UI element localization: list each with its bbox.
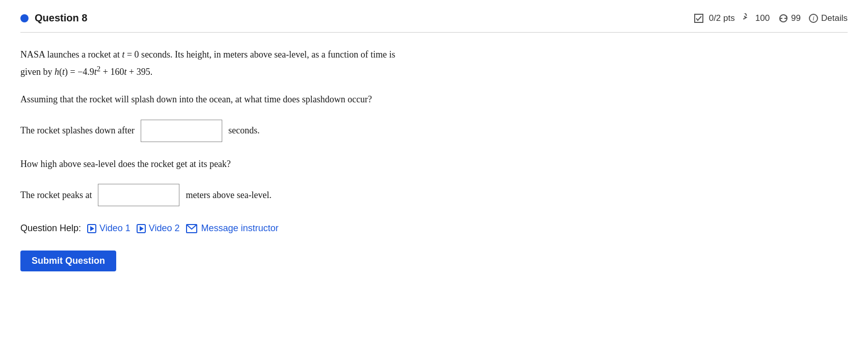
problem-line2: given by h(t) = −4.9t2 + 160t + 395. (20, 63, 848, 80)
splash-answer-row: The rocket splashes down after seconds. (20, 120, 848, 142)
info-section: i Details (809, 13, 848, 23)
history-label: 100 (755, 13, 770, 23)
message-instructor-label: Message instructor (201, 220, 279, 236)
play-triangle-2 (140, 226, 144, 231)
video2-link[interactable]: Video 2 (137, 220, 180, 236)
refresh-icon (778, 13, 789, 24)
help-label: Question Help: (20, 220, 81, 236)
pts-label: 0/2 pts (709, 13, 735, 23)
video2-play-icon (137, 224, 146, 233)
play-triangle-1 (90, 226, 94, 231)
splash-label-after: seconds. (228, 123, 260, 138)
peak-question: How high above sea-level does the rocket… (20, 156, 848, 172)
problem-statement: NASA launches a rocket at t = 0 seconds.… (20, 47, 848, 79)
question-help: Question Help: Video 1 Video 2 (20, 220, 848, 236)
undo-icon (743, 13, 753, 23)
question-meta: 0/2 pts 100 99 (694, 13, 848, 24)
checkbox-icon (694, 13, 704, 23)
message-instructor-link[interactable]: Message instructor (186, 220, 279, 236)
question-title: Question 8 (20, 12, 87, 24)
peak-question-text: How high above sea-level does the rocket… (20, 159, 231, 169)
splash-answer-input[interactable] (141, 120, 222, 142)
peak-label-after: meters above sea-level. (186, 187, 271, 203)
question-number: Question 8 (35, 12, 87, 24)
splash-question: Assuming that the rocket will splash dow… (20, 92, 848, 107)
peak-answer-input[interactable] (98, 184, 179, 206)
video1-label: Video 1 (99, 220, 130, 236)
question-body: NASA launches a rocket at t = 0 seconds.… (20, 47, 848, 271)
question-container: Question 8 0/2 pts 100 (0, 0, 868, 292)
pts-section: 0/2 pts (694, 13, 735, 23)
splash-label-before: The rocket splashes down after (20, 123, 135, 138)
video1-link[interactable]: Video 1 (87, 220, 130, 236)
mail-icon (186, 224, 197, 233)
splash-question-text: Assuming that the rocket will splash dow… (20, 94, 372, 104)
refresh-section: 99 (778, 13, 801, 24)
video1-play-icon (87, 224, 96, 233)
peak-answer-row: The rocket peaks at meters above sea-lev… (20, 184, 848, 206)
svg-rect-0 (695, 14, 703, 22)
details-label: Details (821, 13, 848, 23)
refresh-label: 99 (791, 13, 801, 23)
info-icon: i (809, 14, 818, 23)
video2-label: Video 2 (149, 220, 180, 236)
problem-line1: NASA launches a rocket at t = 0 seconds.… (20, 47, 848, 63)
peak-label-before: The rocket peaks at (20, 187, 92, 203)
history-section: 100 (743, 13, 770, 23)
submit-question-button[interactable]: Submit Question (20, 251, 116, 271)
question-header: Question 8 0/2 pts 100 (20, 12, 848, 33)
blue-dot-indicator (20, 14, 29, 22)
